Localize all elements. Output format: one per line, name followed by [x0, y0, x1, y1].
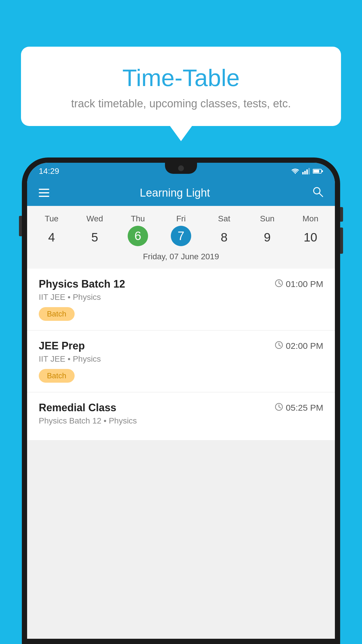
svg-line-11 — [279, 283, 281, 284]
day-4[interactable]: 4 — [30, 226, 73, 249]
time-text-2: 02:00 PM — [286, 341, 323, 351]
batch-badge-1: Batch — [39, 307, 75, 321]
item-time-2: 02:00 PM — [275, 341, 323, 351]
wifi-icon — [291, 168, 299, 174]
svg-line-17 — [279, 407, 281, 408]
day-name-sun: Sun — [246, 212, 289, 226]
signal-icon — [302, 168, 310, 174]
bubble-title: Time-Table — [36, 64, 326, 92]
phone-screen: 14:29 — [27, 163, 335, 639]
hamburger-menu-button[interactable] — [39, 189, 49, 197]
svg-line-14 — [279, 345, 281, 346]
camera — [178, 165, 184, 171]
svg-rect-2 — [306, 169, 308, 174]
day-10[interactable]: 10 — [289, 226, 332, 249]
svg-rect-0 — [302, 172, 304, 174]
phone-mockup: 14:29 — [22, 158, 340, 644]
clock-icon-2 — [275, 341, 283, 351]
day-name-wed: Wed — [73, 212, 116, 226]
svg-rect-3 — [308, 168, 310, 174]
svg-rect-6 — [322, 170, 323, 172]
item-subtitle-2: IIT JEE • Physics — [39, 354, 323, 364]
app-bar: Learning Light — [27, 180, 335, 206]
batch-badge-2: Batch — [39, 369, 75, 383]
schedule-item-1[interactable]: Physics Batch 12 01:00 PM — [27, 269, 335, 330]
app-title: Learning Light — [58, 187, 292, 199]
status-icons — [291, 168, 323, 174]
clock-icon-3 — [275, 403, 283, 413]
day-name-tue: Tue — [30, 212, 73, 226]
day-6-today[interactable]: 6 — [128, 226, 148, 246]
status-time: 14:29 — [39, 167, 59, 176]
svg-line-8 — [319, 193, 323, 197]
volume-button — [19, 216, 22, 236]
day-9[interactable]: 9 — [246, 226, 289, 249]
time-text-1: 01:00 PM — [286, 279, 323, 289]
clock-icon-1 — [275, 279, 283, 289]
notch — [165, 163, 197, 174]
item-subtitle-1: IIT JEE • Physics — [39, 293, 323, 302]
selected-date-label: Friday, 07 June 2019 — [27, 249, 335, 266]
svg-rect-1 — [304, 171, 306, 174]
item-subtitle-3: Physics Batch 12 • Physics — [39, 416, 323, 426]
bubble-subtitle: track timetable, upcoming classes, tests… — [36, 97, 326, 110]
item-header-2: JEE Prep 02:00 PM — [39, 340, 323, 352]
day-8[interactable]: 8 — [203, 226, 246, 249]
power-button — [340, 207, 343, 222]
item-header-3: Remedial Class 05:25 PM — [39, 402, 323, 414]
item-title-2: JEE Prep — [39, 340, 85, 352]
day-name-sat: Sat — [203, 212, 246, 226]
phone-outer: 14:29 — [22, 158, 340, 644]
item-title-1: Physics Batch 12 — [39, 278, 125, 290]
speech-bubble: Time-Table track timetable, upcoming cla… — [21, 47, 341, 126]
item-time-3: 05:25 PM — [275, 403, 323, 413]
day-name-mon: Mon — [289, 212, 332, 226]
day-numbers: 4 5 6 7 8 9 10 — [27, 226, 335, 249]
day-name-thu: Thu — [116, 212, 159, 226]
hamburger-line — [39, 192, 49, 193]
search-icon[interactable] — [312, 186, 323, 200]
day-names: Tue Wed Thu Fri Sat Sun Mon — [27, 212, 335, 226]
schedule-container: Physics Batch 12 01:00 PM — [27, 269, 335, 440]
day-5[interactable]: 5 — [73, 226, 116, 249]
hamburger-line — [39, 189, 49, 190]
schedule-item-3[interactable]: Remedial Class 05:25 PM — [27, 392, 335, 440]
hamburger-line — [39, 196, 49, 197]
time-text-3: 05:25 PM — [286, 403, 323, 413]
day-7-selected[interactable]: 7 — [171, 226, 191, 246]
day-name-fri: Fri — [159, 212, 203, 226]
schedule-item-2[interactable]: JEE Prep 02:00 PM — [27, 330, 335, 392]
svg-rect-5 — [313, 170, 319, 173]
calendar-strip: Tue Wed Thu Fri Sat Sun Mon 4 5 6 7 8 9 … — [27, 206, 335, 269]
volume-button-right — [340, 228, 343, 254]
item-time-1: 01:00 PM — [275, 279, 323, 289]
battery-icon — [313, 169, 323, 174]
item-header-1: Physics Batch 12 01:00 PM — [39, 278, 323, 290]
item-title-3: Remedial Class — [39, 402, 116, 414]
